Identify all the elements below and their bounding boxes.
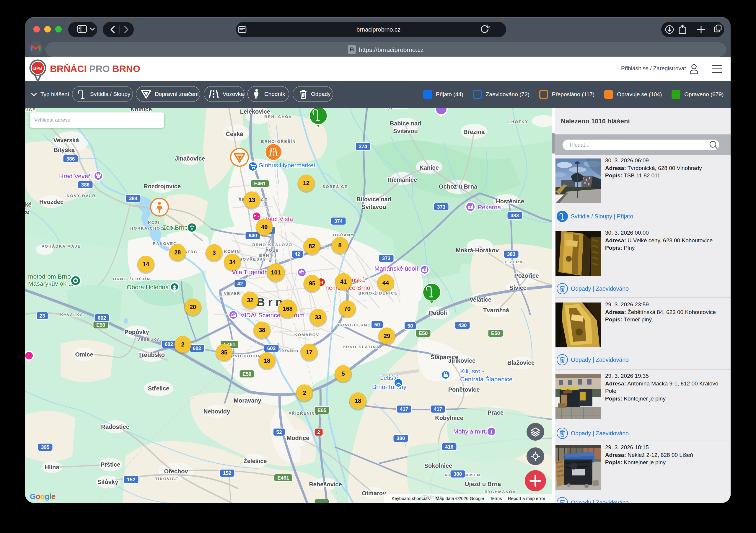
svg-text:386: 386 [67, 156, 75, 162]
svg-text:Rebešovice: Rebešovice [309, 481, 342, 488]
svg-text:BRNO-KRÁLOVO: BRNO-KRÁLOVO [252, 242, 292, 247]
svg-text:640: 640 [249, 233, 257, 239]
svg-text:Jiříkovice: Jiříkovice [448, 357, 475, 364]
svg-text:386: 386 [81, 182, 90, 188]
svg-text:E50: E50 [242, 371, 251, 377]
svg-text:373: 373 [382, 256, 391, 261]
svg-text:383: 383 [507, 251, 515, 257]
svg-text:29: 29 [384, 333, 390, 339]
svg-text:BRN: BRN [259, 253, 269, 258]
svg-text:Babice nad: Babice nad [390, 120, 421, 127]
svg-text:12: 12 [303, 180, 310, 186]
svg-text:Knínice: Knínice [130, 108, 152, 113]
svg-text:44: 44 [382, 279, 389, 286]
svg-text:Obora Holedná: Obora Holedná [127, 284, 169, 291]
svg-text:13: 13 [249, 196, 255, 203]
svg-text:Podolí: Podolí [429, 310, 447, 316]
svg-text:Hlína: Hlína [45, 464, 60, 470]
svg-text:Kili, sro -: Kili, sro - [460, 368, 484, 374]
svg-text:52: 52 [276, 429, 282, 435]
svg-text:Globus Hypermarket: Globus Hypermarket [258, 162, 315, 168]
svg-text:Zoo Brno: Zoo Brno [162, 224, 188, 231]
svg-text:E50: E50 [419, 331, 428, 336]
svg-text:602: 602 [165, 342, 173, 347]
svg-text:VESELKA: VESELKA [137, 337, 160, 342]
svg-text:Rozdrojovice: Rozdrojovice [144, 183, 181, 190]
svg-text:Mokrá-Horákov: Mokrá-Horákov [456, 247, 499, 254]
svg-text:32: 32 [247, 297, 254, 303]
svg-text:416: 416 [445, 444, 453, 450]
svg-text:Velatice: Velatice [470, 296, 492, 303]
svg-text:430: 430 [458, 322, 467, 328]
svg-text:Střelice: Střelice [148, 385, 169, 392]
svg-text:383: 383 [511, 213, 519, 218]
svg-text:Omice: Omice [75, 351, 93, 358]
svg-text:VEVEŘÍ: VEVEŘÍ [224, 291, 242, 296]
svg-text:ské: ské [25, 201, 32, 208]
svg-text:Prace: Prace [488, 409, 504, 416]
svg-text:JEZERA: JEZERA [503, 260, 523, 264]
svg-text:50: 50 [374, 322, 380, 328]
svg-text:ASICE: ASICE [25, 108, 36, 112]
svg-text:OBŘANY: OBŘANY [333, 233, 354, 237]
svg-text:Moravany: Moravany [233, 397, 261, 404]
svg-text:BRNO-SLATINA: BRNO-SLATINA [342, 345, 380, 349]
svg-text:Popůvky: Popůvky [124, 329, 149, 335]
svg-text:BRNO-ŽEBĚTÍN: BRNO-ŽEBĚTÍN [113, 277, 150, 281]
svg-text:395: 395 [41, 444, 49, 450]
svg-text:35: 35 [221, 349, 228, 356]
svg-text:42: 42 [237, 281, 243, 287]
svg-text:KÝVALKA: KÝVALKA [60, 313, 83, 317]
svg-text:Radostice: Radostice [101, 423, 129, 430]
svg-text:BPB: BPB [33, 66, 42, 70]
svg-text:152: 152 [223, 470, 231, 476]
svg-text:E50: E50 [491, 331, 500, 336]
svg-text:Březina: Březina [463, 129, 485, 135]
svg-text:384: 384 [129, 196, 138, 201]
svg-text:Kanice: Kanice [419, 165, 439, 171]
svg-text:50: 50 [408, 323, 413, 329]
svg-text:Česká: Česká [226, 130, 244, 137]
svg-text:2: 2 [181, 341, 184, 348]
svg-text:2: 2 [303, 390, 306, 396]
svg-text:Modřice: Modřice [287, 435, 310, 441]
svg-text:33: 33 [315, 314, 321, 320]
svg-text:18: 18 [355, 397, 361, 404]
svg-text:49: 49 [261, 224, 268, 230]
svg-text:RYCHMANOV: RYCHMANOV [485, 490, 516, 494]
svg-text:Jinačovice: Jinačovice [175, 155, 205, 162]
svg-text:Mariánské údolí: Mariánské údolí [374, 265, 418, 272]
svg-text:Veverská: Veverská [53, 137, 79, 143]
svg-text:34: 34 [229, 259, 236, 265]
svg-text:38: 38 [259, 327, 265, 333]
svg-text:Otmarov: Otmarov [362, 490, 386, 496]
svg-text:374: 374 [334, 218, 343, 224]
svg-text:Bílovice nad: Bílovice nad [357, 196, 391, 202]
svg-text:8: 8 [338, 242, 341, 248]
svg-text:Ochoz u Brna: Ochoz u Brna [439, 183, 477, 190]
svg-text:LHOTKY: LHOTKY [508, 119, 528, 124]
svg-text:POLE: POLE [266, 248, 279, 253]
svg-text:E461: E461 [254, 181, 266, 187]
svg-text:17: 17 [306, 349, 312, 355]
svg-text:motodrom Brno: motodrom Brno [28, 273, 71, 280]
svg-text:42: 42 [295, 251, 300, 257]
svg-text:Tvarožná: Tvarožná [483, 307, 509, 314]
svg-text:Svitavou: Svitavou [393, 128, 418, 134]
svg-text:KOMÍN: KOMÍN [224, 249, 240, 254]
svg-text:602: 602 [98, 315, 106, 321]
svg-text:TIKOVICE: TIKOVICE [155, 477, 179, 481]
svg-text:BRN..CHOV: BRN..CHOV [264, 114, 292, 119]
svg-text:Hvozdec: Hvozdec [39, 199, 64, 205]
svg-text:Újezd u Brna: Újezd u Brna [465, 480, 501, 487]
svg-text:82: 82 [309, 243, 315, 249]
svg-text:Ponětovice: Ponětovice [448, 386, 480, 393]
svg-text:Svitavou: Svitavou [362, 204, 386, 210]
svg-text:101: 101 [271, 269, 281, 276]
svg-text:Blažovice: Blažovice [507, 360, 534, 366]
svg-text:E461: E461 [277, 475, 289, 481]
svg-text:Mohyla míru: Mohyla míru [453, 428, 487, 435]
svg-text:Lelekovice: Lelekovice [240, 108, 270, 115]
svg-text:602: 602 [267, 345, 276, 351]
svg-text:Bítýška: Bítýška [53, 147, 75, 153]
